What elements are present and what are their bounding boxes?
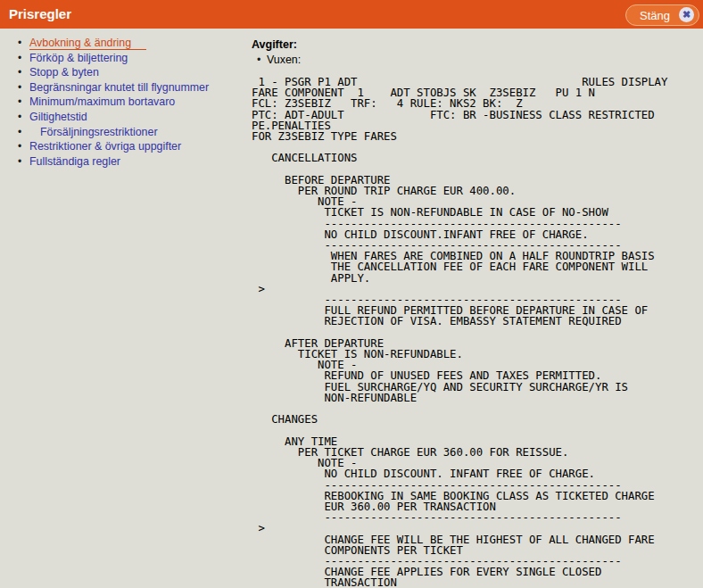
sidebar-link-9[interactable]: Fullständiga regler: [29, 155, 120, 168]
passenger-type-label: Vuxen:: [267, 54, 301, 66]
header-bar: Prisregler Stäng ✖: [0, 0, 703, 29]
close-button-label: Stäng: [640, 9, 670, 22]
sidebar-list-item: Avbokning & ändring: [12, 36, 249, 51]
bullet-icon: •: [257, 54, 267, 66]
sidebar-list-item: Försäljningsrestriktioner: [12, 125, 249, 140]
sidebar: Avbokning & ändringFörköp & biljettering…: [12, 36, 249, 169]
sidebar-list-item: Fullständiga regler: [12, 154, 249, 170]
sidebar-list-item: Minimum/maximum bortavaro: [12, 95, 249, 110]
close-x-icon[interactable]: ✖: [679, 7, 694, 22]
sidebar-link-6[interactable]: Giltighetstid: [29, 111, 87, 123]
sidebar-list-item: Giltighetstid: [12, 110, 249, 125]
fare-rules-text: 1 - PSGR P1 ADT RULES DISPLAY FARE COMPO…: [252, 77, 667, 588]
sidebar-list-item: Restriktioner & övriga uppgifter: [12, 139, 249, 154]
sidebar-link-8[interactable]: Restriktioner & övriga uppgifter: [29, 140, 181, 153]
sidebar-link-5[interactable]: Minimum/maximum bortavaro: [29, 95, 175, 108]
close-button[interactable]: Stäng ✖: [625, 4, 699, 26]
sidebar-link-3[interactable]: Stopp & byten: [29, 66, 99, 79]
fees-heading: Avgifter:: [252, 38, 297, 51]
sidebar-link-2[interactable]: Förköp & biljettering: [29, 52, 128, 64]
fare-rules-window: Prisregler Stäng ✖ Avbokning & ändringFö…: [0, 0, 703, 588]
sidebar-list-item: Begränsningar knutet till flygnummer: [12, 80, 249, 95]
sidebar-list-item: Förköp & biljettering: [12, 51, 249, 66]
passenger-type-line: •Vuxen:: [257, 54, 301, 66]
sidebar-nav-list: Avbokning & ändringFörköp & biljettering…: [12, 36, 249, 169]
sidebar-list-item: Stopp & byten: [12, 65, 249, 80]
sidebar-link-4[interactable]: Begränsningar knutet till flygnummer: [29, 81, 209, 94]
page-title: Prisregler: [9, 6, 71, 21]
sidebar-link-7[interactable]: Försäljningsrestriktioner: [40, 126, 158, 138]
sidebar-link-1[interactable]: Avbokning & ändring: [29, 37, 146, 50]
